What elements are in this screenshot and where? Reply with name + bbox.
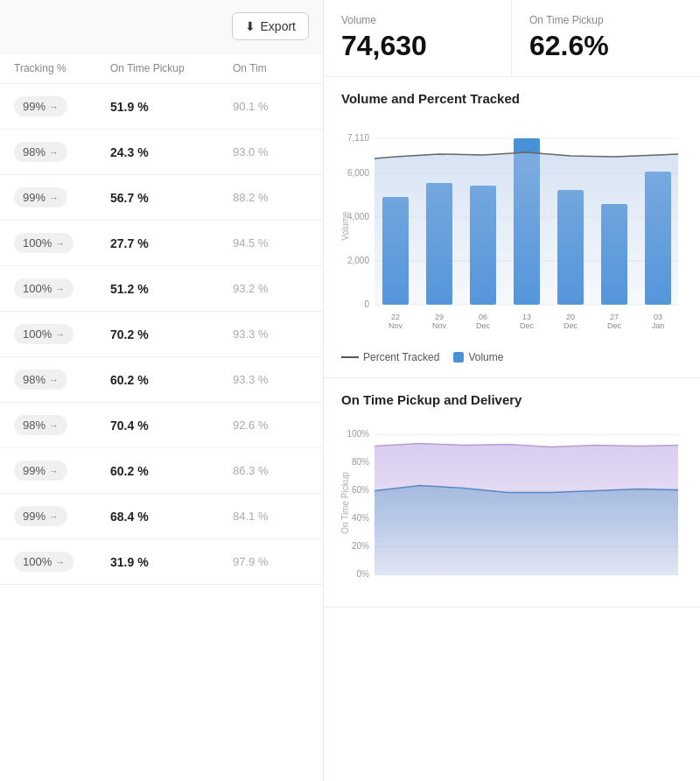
svg-text:Dec: Dec bbox=[520, 321, 535, 330]
svg-text:7,110: 7,110 bbox=[347, 133, 369, 143]
svg-text:Dec: Dec bbox=[607, 321, 622, 330]
tracking-badge[interactable]: 100% → bbox=[14, 324, 110, 344]
tracking-badge[interactable]: 100% → bbox=[14, 278, 110, 299]
col-on-time-pickup: On Time Pickup bbox=[110, 62, 233, 74]
table-row: 99% →60.2 %86.3 % bbox=[0, 448, 323, 494]
volume-metric: Volume 74,630 bbox=[324, 0, 512, 76]
pickup-area bbox=[374, 486, 678, 575]
pickup-chart-svg: 100% 80% 60% 40% 20% 0% On Time Pickup bbox=[341, 418, 682, 593]
svg-text:Jan: Jan bbox=[652, 321, 665, 330]
volume-chart-title: Volume and Percent Tracked bbox=[341, 91, 682, 106]
pickup-chart-section: On Time Pickup and Delivery 100% 80% 60%… bbox=[324, 378, 700, 608]
svg-text:Dec: Dec bbox=[476, 321, 491, 330]
svg-text:On Time Pickup: On Time Pickup bbox=[341, 472, 350, 534]
right-panel: Volume 74,630 On Time Pickup 62.6% Volum… bbox=[324, 0, 700, 781]
on-time-pickup-value: 70.4 % bbox=[110, 419, 233, 433]
on-time-pickup-value: 24.3 % bbox=[110, 145, 233, 159]
on-time-pickup-value: 60.2 % bbox=[110, 373, 233, 387]
on-time-delivery-value: 93.2 % bbox=[233, 282, 309, 295]
table-row: 98% →24.3 %93.0 % bbox=[0, 130, 323, 175]
svg-text:Nov: Nov bbox=[432, 321, 447, 330]
pickup-metric: On Time Pickup 62.6% bbox=[512, 0, 700, 76]
tracking-badge[interactable]: 98% → bbox=[14, 415, 110, 435]
table-header: Tracking % On Time Pickup On Tim bbox=[0, 53, 323, 84]
on-time-delivery-value: 93.3 % bbox=[233, 327, 309, 341]
svg-text:4,000: 4,000 bbox=[347, 212, 369, 222]
tracking-badge[interactable]: 99% → bbox=[14, 96, 110, 116]
table-row: 100% →27.7 %94.5 % bbox=[0, 221, 323, 266]
svg-text:6,000: 6,000 bbox=[347, 168, 369, 178]
svg-text:22: 22 bbox=[391, 313, 400, 321]
svg-text:20%: 20% bbox=[352, 541, 369, 551]
on-time-delivery-value: 90.1 % bbox=[233, 100, 309, 113]
svg-text:Volume: Volume bbox=[341, 211, 350, 241]
on-time-pickup-value: 60.2 % bbox=[110, 464, 233, 478]
volume-chart-legend: Percent Tracked Volume bbox=[341, 351, 682, 363]
volume-label: Volume bbox=[341, 14, 494, 26]
tracking-badge[interactable]: 100% → bbox=[14, 552, 110, 572]
on-time-delivery-value: 88.2 % bbox=[233, 191, 309, 204]
on-time-pickup-value: 56.7 % bbox=[110, 191, 233, 205]
area-fill bbox=[374, 152, 678, 305]
legend-volume-label: Volume bbox=[468, 351, 503, 363]
volume-chart-section: Volume and Percent Tracked 7,110 6,000 4… bbox=[324, 77, 700, 378]
legend-percent-tracked: Percent Tracked bbox=[341, 351, 439, 363]
on-time-pickup-value: 68.4 % bbox=[110, 510, 233, 524]
pickup-chart-title: On Time Pickup and Delivery bbox=[341, 392, 682, 407]
tracking-badge[interactable]: 98% → bbox=[14, 142, 110, 162]
on-time-delivery-value: 84.1 % bbox=[233, 510, 309, 523]
table-row: 98% →60.2 %93.3 % bbox=[0, 357, 323, 403]
pickup-value: 62.6% bbox=[529, 30, 682, 62]
svg-text:60%: 60% bbox=[352, 485, 369, 495]
col-on-time-delivery: On Tim bbox=[233, 62, 309, 74]
on-time-pickup-value: 51.9 % bbox=[110, 100, 233, 114]
svg-text:20: 20 bbox=[566, 313, 575, 321]
on-time-delivery-value: 86.3 % bbox=[233, 464, 309, 477]
tracking-badge[interactable]: 99% → bbox=[14, 461, 110, 481]
legend-line-icon bbox=[341, 356, 359, 358]
pickup-chart-container: 100% 80% 60% 40% 20% 0% On Time Pickup bbox=[341, 418, 682, 593]
volume-value: 74,630 bbox=[341, 30, 494, 62]
svg-text:27: 27 bbox=[610, 313, 619, 321]
on-time-pickup-value: 31.9 % bbox=[110, 555, 233, 569]
table-row: 99% →51.9 %90.1 % bbox=[0, 84, 323, 130]
on-time-pickup-value: 51.2 % bbox=[110, 282, 233, 296]
on-time-delivery-value: 94.5 % bbox=[233, 236, 309, 250]
tracking-badge[interactable]: 99% → bbox=[14, 187, 110, 208]
tracking-badge[interactable]: 98% → bbox=[14, 369, 110, 390]
table-row: 98% →70.4 %92.6 % bbox=[0, 403, 323, 448]
table-row: 100% →51.2 %93.2 % bbox=[0, 266, 323, 312]
export-bar: ⬇ Export bbox=[0, 0, 323, 53]
svg-text:40%: 40% bbox=[352, 513, 369, 523]
svg-text:0: 0 bbox=[364, 299, 369, 309]
metrics-row: Volume 74,630 On Time Pickup 62.6% bbox=[324, 0, 700, 77]
svg-text:13: 13 bbox=[522, 313, 531, 321]
col-tracking: Tracking % bbox=[14, 62, 110, 74]
legend-square-icon bbox=[453, 352, 464, 362]
table-row: 99% →68.4 %84.1 % bbox=[0, 494, 323, 539]
svg-text:100%: 100% bbox=[346, 429, 369, 439]
volume-chart-container: 7,110 6,000 4,000 2,000 0 Volume bbox=[341, 116, 682, 344]
table-body: 99% →51.9 %90.1 %98% →24.3 %93.0 %99% →5… bbox=[0, 84, 323, 781]
table-row: 100% →70.2 %93.3 % bbox=[0, 312, 323, 357]
left-panel: ⬇ Export Tracking % On Time Pickup On Ti… bbox=[0, 0, 324, 781]
table-row: 99% →56.7 %88.2 % bbox=[0, 175, 323, 221]
export-button[interactable]: ⬇ Export bbox=[232, 12, 309, 40]
on-time-delivery-value: 93.3 % bbox=[233, 373, 309, 386]
svg-text:Nov: Nov bbox=[388, 321, 403, 330]
svg-text:0%: 0% bbox=[357, 569, 370, 579]
on-time-pickup-value: 27.7 % bbox=[110, 236, 233, 250]
tracking-badge[interactable]: 100% → bbox=[14, 233, 110, 253]
on-time-pickup-value: 70.2 % bbox=[110, 327, 233, 341]
legend-percent-label: Percent Tracked bbox=[363, 351, 439, 363]
tracking-badge[interactable]: 99% → bbox=[14, 506, 110, 526]
svg-text:Dec: Dec bbox=[564, 321, 578, 330]
legend-volume: Volume bbox=[453, 351, 503, 363]
svg-text:2,000: 2,000 bbox=[347, 256, 369, 265]
svg-text:06: 06 bbox=[479, 313, 487, 321]
on-time-delivery-value: 97.9 % bbox=[233, 555, 309, 568]
volume-chart-svg: 7,110 6,000 4,000 2,000 0 Volume bbox=[341, 116, 682, 344]
pickup-label: On Time Pickup bbox=[529, 14, 682, 26]
download-icon: ⬇ bbox=[245, 19, 256, 33]
svg-text:29: 29 bbox=[435, 313, 444, 321]
